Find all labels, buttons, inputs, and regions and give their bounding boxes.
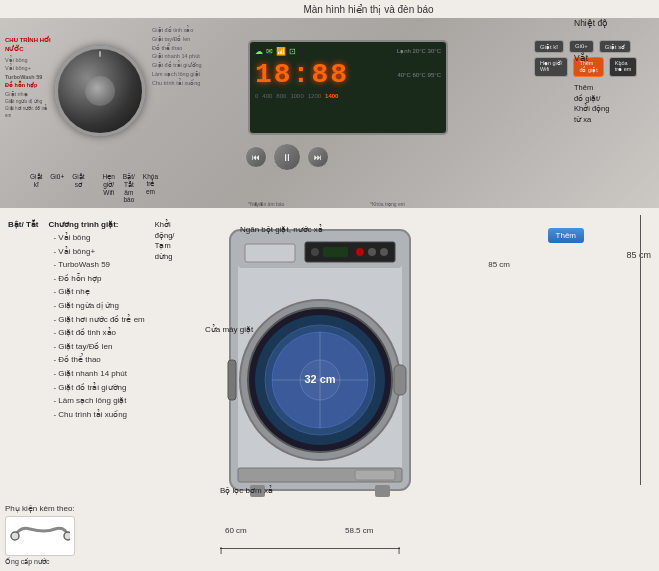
svg-point-1 [64, 532, 70, 540]
svg-rect-23 [355, 470, 395, 480]
program-dial[interactable] [55, 46, 145, 136]
main-container: Màn hình hiển thị và đèn báo CHU TRÌNH H… [0, 0, 659, 571]
dial-inner [85, 76, 115, 106]
height-line [640, 215, 641, 485]
height-dim: 85 cm [488, 260, 510, 269]
svg-rect-13 [394, 365, 406, 395]
time-display: 18:88 [255, 59, 349, 90]
svg-point-21 [380, 248, 388, 256]
nhiet-do-label: Nhiệt độ [574, 18, 654, 28]
chuong-trinh-title: Chương trình giặt: [48, 220, 144, 229]
accessory-title: Phụ kiện kèm theo: [5, 504, 95, 513]
left-annotations: Bật/ Tắt Chương trình giặt: - Vải bông -… [0, 210, 215, 571]
machine-image-area: 32 cm Ngăn bột giặt, nước xả Cửa máy giặ… [200, 220, 500, 550]
cua-may-giat-callout: Cửa máy giặt [205, 325, 253, 334]
ngan-bot-callout: Ngăn bột giặt, nước xả [240, 225, 323, 234]
svg-rect-12 [228, 360, 236, 400]
giat-ki-button[interactable]: Giặt kĩ [534, 40, 564, 53]
khoi-dong-label: Khởiđộng/Tạmdừng [155, 220, 190, 421]
machine-panel: CHU TRÌNH HƠI NƯỚC Vải bông Vải bông+ Tu… [0, 18, 659, 208]
next-button[interactable]: ⏭ [307, 146, 329, 168]
bat-tat-label: Bật/ Tắt [8, 220, 38, 229]
svg-rect-18 [323, 247, 348, 257]
bottom-labels-row: Giặtkĩ Giũ+ Giặtsơ Hẹngiờ/Wifi Bật/Tắtâm… [30, 173, 654, 203]
program-labels-left: CHU TRÌNH HƠI NƯỚC Vải bông Vải bông+ Tu… [5, 36, 53, 120]
display-screen: ☁ ✉ 📶 ⊡ Lạnh 20°C 30°C 18:88 40°C 60°C 9… [248, 40, 448, 135]
svg-text:32 cm: 32 cm [304, 373, 335, 385]
svg-point-0 [11, 532, 19, 540]
display-title: Màn hình hiển thị và đèn báo [303, 4, 433, 15]
khoi-trong-em-label: *Khóa trọng em [370, 201, 405, 207]
width-dim: 60 cm [225, 526, 247, 535]
svg-point-17 [311, 248, 319, 256]
accessory-section: Phụ kiện kèm theo: Ống cấp nước [5, 504, 95, 566]
svg-rect-26 [375, 485, 390, 497]
machine-svg: 32 cm [200, 220, 460, 530]
previous-button[interactable]: ⏮ [245, 146, 267, 168]
bo-loc-callout: Bộ lọc bơm xả [220, 486, 273, 495]
hen-gio-button[interactable]: Hẹn giờ/Wifi [534, 57, 568, 77]
depth-dim: 58.5 cm [345, 526, 373, 535]
play-pause-button[interactable]: ⏸ [273, 143, 301, 171]
height-right-label: 85 cm [626, 250, 651, 260]
nay-an-bao-label: *Nấy/ấn âm báo [248, 201, 284, 207]
accessory-image [5, 516, 75, 556]
svg-point-19 [356, 248, 364, 256]
chuong-trinh-list: - Vải bông - Vải bông+ - TurboWash 59 - … [48, 231, 144, 421]
hose-svg [10, 521, 70, 551]
media-controls: ⏮ ⏸ ⏭ [245, 143, 329, 171]
right-annotations: Nhiệt độ Vắt Thêmđồ giặt/Khởi độngtừ xa [574, 18, 654, 125]
svg-point-20 [368, 248, 376, 256]
them-button[interactable]: Thêm [548, 228, 584, 243]
them-do-giat-label: Thêmđồ giặt/Khởi độngtừ xa [574, 83, 654, 125]
accessory-label: Ống cấp nước [5, 558, 95, 566]
width-line: | | [220, 548, 400, 549]
program-labels-right: Giặt đồ tinh xảo Giặt tay/Đồ len Đồ thể … [152, 26, 242, 88]
svg-rect-15 [245, 244, 295, 262]
vat-label: Vắt [574, 53, 654, 63]
